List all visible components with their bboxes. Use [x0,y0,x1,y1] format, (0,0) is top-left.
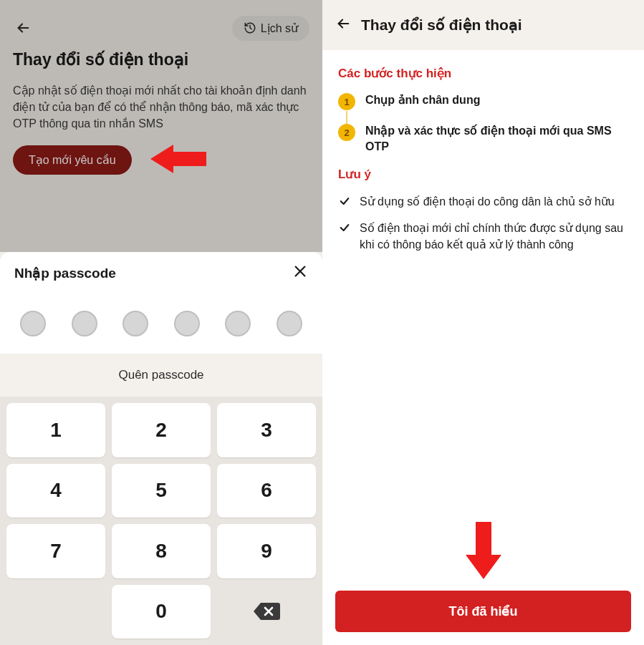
annotation-arrow-icon [150,142,208,176]
keypad-6[interactable]: 6 [217,464,316,518]
keypad-2[interactable]: 2 [112,403,211,457]
step-item: 2 Nhập và xác thực số điện thoại mới qua… [338,123,628,155]
keypad-9[interactable]: 9 [217,524,316,578]
keypad-3[interactable]: 3 [217,403,316,457]
notes-heading: Lưu ý [338,167,628,182]
left-screen: Lịch sử Thay đổi số điện thoại Cập nhật … [0,0,322,645]
right-body: Các bước thực hiện 1 Chụp ảnh chân dung … [322,50,644,591]
right-header: Thay đổi số điện thoại [322,0,644,50]
note-text: Số điện thoại mới chỉ chính thức được sử… [360,220,628,253]
passcode-dot [122,311,148,336]
note-item: Số điện thoại mới chỉ chính thức được sử… [338,220,628,253]
right-screen: Thay đổi số điện thoại Các bước thực hiệ… [322,0,644,645]
forgot-passcode-link[interactable]: Quên passcode [0,354,322,397]
check-icon [338,222,351,233]
keypad-7[interactable]: 7 [6,524,105,578]
confirm-button[interactable]: Tôi đã hiểu [335,591,631,632]
keypad-empty [6,585,105,639]
step-number: 2 [338,124,355,141]
keypad-4[interactable]: 4 [6,464,105,518]
keypad-backspace[interactable] [217,585,316,639]
note-text: Sử dụng số điện thoại do công dân là chủ… [360,193,615,210]
annotation-arrow-icon [464,520,503,581]
dim-overlay [0,0,322,252]
svg-marker-7 [466,522,501,579]
steps-heading: Các bước thực hiện [338,66,628,81]
step-item: 1 Chụp ảnh chân dung [338,92,628,110]
sheet-title: Nhập passcode [14,265,116,281]
passcode-dot [20,311,46,336]
keypad-8[interactable]: 8 [112,524,211,578]
step-text: Chụp ảnh chân dung [365,92,480,108]
arrow-left-icon [335,16,351,31]
backspace-icon [252,601,281,622]
svg-marker-1 [150,145,206,173]
step-text: Nhập và xác thực số điện thoại mới qua S… [365,123,628,155]
check-icon [338,195,351,207]
keypad-5[interactable]: 5 [112,464,211,518]
keypad-1[interactable]: 1 [6,403,105,457]
sheet-header: Nhập passcode [0,252,322,289]
keypad-0[interactable]: 0 [112,585,211,639]
back-button[interactable] [335,16,351,34]
close-icon [292,263,308,279]
passcode-dot [174,311,200,336]
passcode-dot [72,311,97,336]
close-button[interactable] [292,263,308,282]
passcode-dot [225,311,251,336]
step-number: 1 [338,93,355,110]
passcode-dot [277,311,302,336]
passcode-dots [0,289,322,354]
passcode-sheet: Nhập passcode Quên passcode 1 2 3 4 5 6 … [0,252,322,645]
numeric-keypad: 1 2 3 4 5 6 7 8 9 0 [0,397,322,645]
page-title: Thay đổi số điện thoại [361,16,522,34]
note-item: Sử dụng số điện thoại do công dân là chủ… [338,193,628,210]
